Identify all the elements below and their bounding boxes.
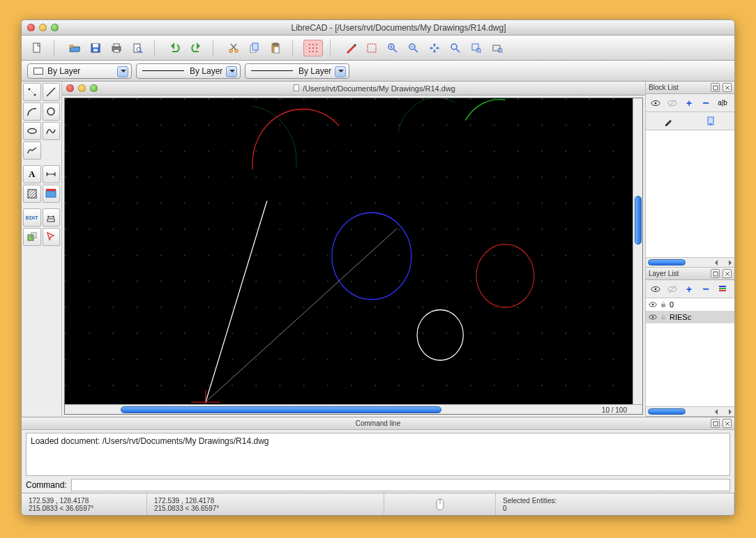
command-detach-button[interactable] <box>711 419 720 428</box>
layer-list-panel: Layer List + − 0 <box>646 268 734 417</box>
layer-list-scroll-thumb[interactable] <box>648 408 686 415</box>
redo-button[interactable] <box>186 40 206 56</box>
block-list-detach-button[interactable] <box>711 83 720 92</box>
svg-rect-61 <box>65 98 642 414</box>
vertical-scroll-thumb[interactable] <box>635 196 642 245</box>
dimension-tool[interactable] <box>43 165 61 183</box>
circle-tool[interactable] <box>43 102 61 121</box>
undo-button[interactable] <box>165 40 185 56</box>
minimize-window-button[interactable] <box>39 24 47 31</box>
body-area: A EDIT <box>22 82 734 417</box>
line-tool[interactable] <box>43 83 61 101</box>
block-list-content[interactable] <box>646 130 734 257</box>
svg-point-71 <box>655 102 657 104</box>
vertical-scrollbar[interactable] <box>633 98 642 404</box>
zoom-selection-button[interactable] <box>467 40 486 56</box>
draft-mode-button[interactable] <box>341 40 361 56</box>
zoom-previous-button[interactable] <box>446 40 465 56</box>
svg-rect-52 <box>46 191 56 197</box>
layer-color-select[interactable]: By Layer <box>27 63 132 79</box>
close-window-button[interactable] <box>27 24 35 31</box>
status-rel-coords: 172.539 , 128.4178 215.0833 < 36.6597° <box>147 493 384 515</box>
svg-point-18 <box>312 44 314 45</box>
layer-remove-button[interactable]: − <box>700 283 712 295</box>
layer-hideall-button[interactable] <box>666 283 679 295</box>
document-traffic-lights <box>66 84 98 92</box>
modify-tool[interactable]: EDIT <box>23 208 41 226</box>
block-list-close-button[interactable] <box>723 83 732 92</box>
horizontal-scrollbar[interactable] <box>65 404 642 414</box>
print-preview-button[interactable] <box>128 40 147 56</box>
document-title-text: /Users/rvt/Documents/My Drawings/R14.dwg <box>303 84 455 93</box>
hatch-tool[interactable] <box>23 185 41 203</box>
document-zoom-button[interactable] <box>90 84 98 92</box>
document-minimize-button[interactable] <box>78 84 86 92</box>
spline-tool[interactable] <box>43 122 61 140</box>
svg-point-20 <box>309 47 310 49</box>
layer-showall-button[interactable] <box>649 283 662 295</box>
print-button[interactable] <box>107 40 126 56</box>
layer-edit-button[interactable] <box>716 283 729 295</box>
zoom-pan-button[interactable] <box>487 40 507 56</box>
block-edit-button[interactable] <box>663 115 675 128</box>
block-visible-icon[interactable] <box>649 97 662 109</box>
new-file-button[interactable] <box>27 40 47 56</box>
copy-button[interactable] <box>245 40 264 56</box>
image-tool[interactable] <box>43 185 61 203</box>
open-file-button[interactable] <box>65 40 84 56</box>
layer-list-title: Layer List <box>649 270 679 277</box>
block-list-scrollbar[interactable] <box>646 257 734 267</box>
svg-rect-13 <box>252 43 258 50</box>
block-rename-button[interactable]: a|b <box>716 97 729 109</box>
layer-list-content[interactable]: 0 RIESc <box>646 298 734 406</box>
command-input[interactable] <box>71 479 730 491</box>
layer-width-select[interactable]: By Layer <box>136 63 241 79</box>
grid-toggle-button[interactable] <box>303 40 323 56</box>
block-tool[interactable] <box>23 228 41 246</box>
ellipse-tool[interactable] <box>23 122 41 140</box>
paste-button[interactable] <box>266 40 285 56</box>
select-tool[interactable] <box>43 228 61 246</box>
svg-line-35 <box>456 49 460 52</box>
zoom-extents-button[interactable] <box>425 40 444 56</box>
text-tool[interactable]: A <box>23 165 41 183</box>
cut-button[interactable] <box>224 40 243 56</box>
block-list-scroll-thumb[interactable] <box>648 259 686 266</box>
svg-rect-15 <box>273 43 278 45</box>
svg-point-25 <box>316 51 317 52</box>
command-close-button[interactable] <box>723 419 732 428</box>
layer-width-value: By Layer <box>190 66 222 76</box>
block-insert-button[interactable] <box>705 115 718 128</box>
svg-line-41 <box>501 52 503 53</box>
horizontal-scroll-thumb[interactable] <box>121 406 441 413</box>
zoom-window-button[interactable] <box>51 24 59 31</box>
info-tool[interactable] <box>43 208 61 226</box>
save-file-button[interactable] <box>86 40 105 56</box>
point-tool[interactable] <box>23 83 41 101</box>
zoom-out-button[interactable] <box>404 40 423 56</box>
command-prompt: Command: <box>26 480 67 490</box>
command-title: Command line <box>356 420 400 427</box>
arc-tool[interactable] <box>23 102 41 121</box>
zoom-in-button[interactable] <box>383 40 402 56</box>
svg-rect-88 <box>661 316 665 319</box>
document-close-button[interactable] <box>66 84 74 92</box>
layer-row-0[interactable]: 0 <box>646 298 734 311</box>
zoom-window-tool-button[interactable] <box>362 40 381 56</box>
layer-list-detach-button[interactable] <box>711 269 720 278</box>
block-add-button[interactable]: + <box>683 97 695 109</box>
svg-rect-26 <box>368 44 376 52</box>
polyline-tool[interactable] <box>23 141 41 160</box>
status-abs-coords: 172.539 , 128.4178 215.0833 < 36.6597° <box>22 493 147 515</box>
layer-color-value: By Layer <box>47 66 80 76</box>
layer-add-button[interactable]: + <box>683 283 695 295</box>
eye-icon <box>649 313 657 321</box>
block-remove-button[interactable]: − <box>700 97 712 109</box>
svg-point-77 <box>655 288 657 290</box>
drawing-canvas[interactable]: 10 / 100 <box>64 98 643 415</box>
layer-row-1[interactable]: RIESc <box>646 311 734 323</box>
layer-linetype-select[interactable]: By Layer <box>245 63 349 79</box>
layer-list-close-button[interactable] <box>723 269 732 278</box>
layer-list-scrollbar[interactable] <box>646 406 734 416</box>
block-hidden-icon[interactable] <box>666 97 679 109</box>
